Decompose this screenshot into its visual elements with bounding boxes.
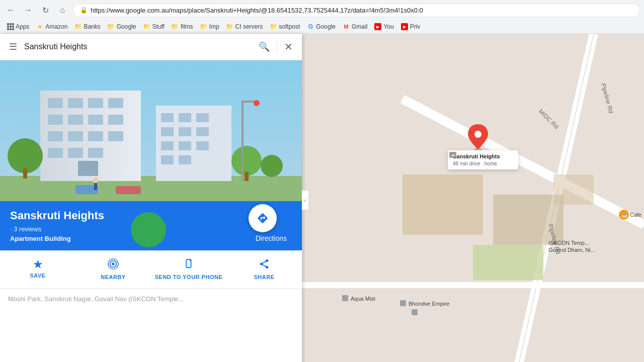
map-area[interactable]: Sanskruti Heights 48 min drive · home 🏠 … <box>302 34 644 362</box>
svg-text:ISKCON Temp...: ISKCON Temp... <box>548 240 589 246</box>
folder-icon-4: 📁 <box>172 23 179 30</box>
svg-rect-9 <box>88 115 103 125</box>
bookmark-films-label: films <box>181 23 193 30</box>
directions-icon <box>257 212 269 224</box>
svg-text:48 min drive · home: 48 min drive · home <box>453 161 497 166</box>
bookmark-amazon[interactable]: ★ Amazon <box>33 22 70 31</box>
svg-rect-21 <box>179 113 191 122</box>
svg-rect-60 <box>553 174 594 205</box>
bookmark-films[interactable]: 📁 films <box>169 22 196 31</box>
svg-text:☕: ☕ <box>621 212 628 218</box>
close-button[interactable]: ✕ <box>282 39 295 55</box>
bookmark-ci-label: CI servers <box>235 23 263 30</box>
nearby-button[interactable]: NEARBY <box>75 254 151 285</box>
svg-point-49 <box>260 262 263 265</box>
svg-rect-28 <box>196 141 209 150</box>
browser-chrome: ← → ↻ ⌂ 🔒 https://www.google.com.au/maps… <box>0 0 644 34</box>
google-favicon: G <box>307 23 314 30</box>
save-button[interactable]: ★ SAVE <box>0 254 75 285</box>
svg-rect-74 <box>400 300 406 306</box>
svg-rect-7 <box>48 115 63 125</box>
browser-toolbar: ← → ↻ ⌂ 🔒 https://www.google.com.au/maps… <box>0 0 644 20</box>
share-icon <box>259 258 270 272</box>
hamburger-button[interactable]: ☰ <box>7 39 19 54</box>
svg-rect-20 <box>161 113 174 122</box>
url-text: https://www.google.com.au/maps/place/San… <box>91 7 632 14</box>
star-icon: ★ <box>36 23 43 30</box>
svg-line-52 <box>263 261 266 263</box>
svg-rect-37 <box>116 186 141 194</box>
share-button[interactable]: SHARE <box>226 254 302 285</box>
svg-rect-23 <box>161 127 174 136</box>
share-label: SHARE <box>254 274 274 280</box>
svg-point-43 <box>112 262 115 265</box>
svg-point-50 <box>266 266 269 269</box>
svg-rect-32 <box>23 168 27 178</box>
reload-button[interactable]: ↻ <box>38 3 52 17</box>
bookmark-imp[interactable]: 📁 Imp <box>197 22 222 31</box>
search-input[interactable] <box>24 42 252 51</box>
bookmark-banks[interactable]: 📁 Banks <box>71 22 103 31</box>
search-button[interactable]: 🔍 <box>257 39 272 54</box>
collapse-button[interactable]: ‹ <box>302 190 309 210</box>
send-to-phone-button[interactable]: SEND TO YOUR PHONE <box>151 254 226 285</box>
svg-point-38 <box>93 177 99 183</box>
svg-rect-5 <box>88 98 103 108</box>
bookmark-stuff[interactable]: 📁 Stuff <box>140 22 167 31</box>
bookmark-stuff-label: Stuff <box>152 23 164 30</box>
bottom-content[interactable]: Moshi Park, Sanskruti Nagar, Gavali Nav … <box>0 289 302 362</box>
svg-rect-22 <box>196 113 209 122</box>
bookmark-google[interactable]: 📁 Google <box>105 22 139 31</box>
svg-rect-13 <box>88 131 103 141</box>
bookmark-softpost[interactable]: 📁 softpost <box>267 22 303 31</box>
green-circle <box>131 212 166 247</box>
apps-label: Apps <box>16 23 29 30</box>
address-bar[interactable]: 🔒 https://www.google.com.au/maps/place/S… <box>72 4 640 17</box>
svg-rect-58 <box>403 174 483 235</box>
forward-button[interactable]: → <box>21 3 35 17</box>
nearby-icon <box>108 258 119 272</box>
back-button[interactable]: ← <box>4 3 18 17</box>
apps-grid-icon <box>7 23 14 30</box>
youtube-favicon: ▶ <box>374 23 381 30</box>
bookmark-ci[interactable]: 📁 CI servers <box>223 22 266 31</box>
svg-point-33 <box>231 146 262 176</box>
bookmark-google-label: Google <box>117 23 136 30</box>
nearby-label: NEARBY <box>101 274 125 280</box>
bookmark-priv[interactable]: ▶ Priv <box>398 22 424 31</box>
bookmark-google-favicon[interactable]: G Google <box>304 22 339 31</box>
bottom-text: Moshi Park, Sanskruti Nagar, Gavali Nav … <box>8 295 184 303</box>
send-icon <box>183 258 194 272</box>
svg-rect-18 <box>78 161 98 176</box>
directions-label: Directions <box>256 232 287 242</box>
svg-rect-76 <box>412 309 418 315</box>
svg-point-42 <box>254 100 260 106</box>
bookmark-banks-label: Banks <box>84 23 100 30</box>
svg-rect-15 <box>48 148 63 158</box>
svg-point-63 <box>474 131 481 138</box>
home-button[interactable]: ⌂ <box>55 3 69 17</box>
divider <box>277 41 277 53</box>
svg-rect-72 <box>342 295 348 301</box>
building-svg <box>0 60 302 201</box>
svg-rect-16 <box>68 148 83 158</box>
svg-rect-10 <box>108 115 123 125</box>
svg-rect-12 <box>68 131 83 141</box>
svg-text:🏠: 🏠 <box>450 152 456 158</box>
bookmark-gmail[interactable]: M Gmail <box>340 22 370 31</box>
svg-text:Aqua Mist: Aqua Mist <box>351 296 375 302</box>
svg-point-31 <box>8 138 43 173</box>
bookmark-youtube[interactable]: ▶ You <box>371 22 396 31</box>
svg-rect-6 <box>108 98 123 108</box>
building-photo[interactable] <box>0 60 302 201</box>
bookmark-apps[interactable]: Apps <box>4 22 32 31</box>
bookmark-softpost-label: softpost <box>279 23 300 30</box>
svg-rect-25 <box>196 127 209 136</box>
folder-icon-2: 📁 <box>108 23 115 30</box>
lock-icon: 🔒 <box>80 7 88 14</box>
svg-text:Bhondve Empire: Bhondve Empire <box>409 301 449 307</box>
main-area: ☰ 🔍 ✕ <box>0 34 644 362</box>
reviews-count: · 3 reviews <box>10 225 104 233</box>
svg-rect-39 <box>94 183 97 190</box>
directions-icon-button[interactable] <box>249 204 277 232</box>
